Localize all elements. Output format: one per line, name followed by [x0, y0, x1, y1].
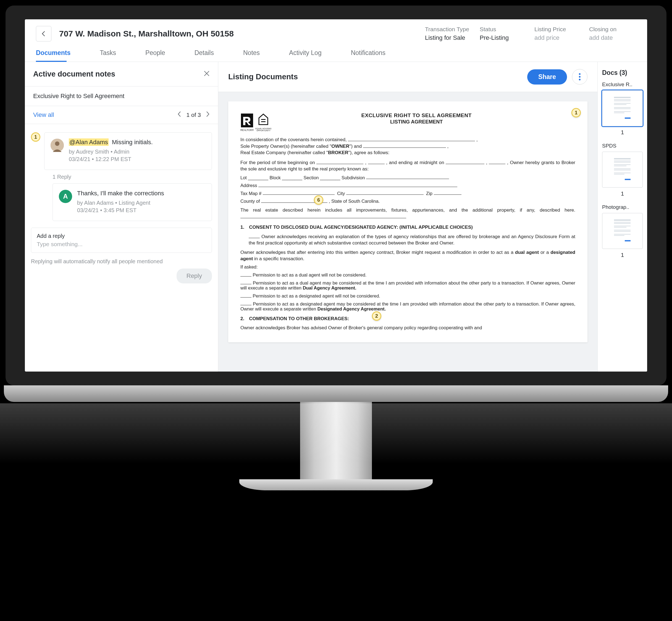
- reply-timestamp: 03/24/21 • 3:45 PM EST: [77, 207, 206, 213]
- reply-card: A Thanks, I'll make the corrections by A…: [52, 183, 212, 221]
- svg-rect-26: [614, 170, 631, 170]
- note-marker[interactable]: 1: [31, 132, 40, 142]
- meta-closing-on[interactable]: Closing on add date: [589, 26, 636, 41]
- svg-rect-35: [614, 227, 627, 227]
- prev-note-button[interactable]: [177, 111, 181, 119]
- svg-point-4: [579, 79, 581, 80]
- svg-rect-13: [614, 105, 627, 105]
- notes-sidebar: Active document notes Exclusive Right to…: [25, 62, 218, 372]
- svg-rect-21: [614, 161, 631, 161]
- share-button[interactable]: Share: [527, 69, 567, 85]
- svg-rect-37: [614, 231, 631, 232]
- center-title: Listing Documents: [228, 72, 298, 81]
- meta-listing-price[interactable]: Listing Price add price: [535, 26, 581, 41]
- reply-text: Thanks, I'll make the corrections: [77, 190, 206, 197]
- doc-marker-6[interactable]: 6: [314, 195, 323, 205]
- svg-rect-41: [0, 403, 672, 464]
- chevron-right-icon: [206, 111, 210, 117]
- svg-rect-16: [614, 111, 631, 112]
- tab-people[interactable]: People: [145, 44, 178, 61]
- svg-rect-11: [614, 100, 631, 101]
- close-icon: [204, 71, 210, 77]
- more-options-button[interactable]: [572, 69, 587, 85]
- arrow-left-icon: [40, 30, 47, 37]
- thumb-item[interactable]: Exclusive R.. 1: [602, 82, 643, 136]
- reply-label: Add a reply: [37, 233, 206, 239]
- realtor-logo-icon: [241, 114, 253, 127]
- doc-marker-2[interactable]: 2: [372, 311, 381, 321]
- document-viewer: Listing Documents Share 1 6 2 REALTOR®: [218, 62, 597, 372]
- tab-tasks[interactable]: Tasks: [100, 44, 129, 61]
- svg-rect-25: [614, 168, 631, 169]
- document-page[interactable]: 1 6 2 REALTOR® EQUAL HOUSINGOPPORTUNITY …: [228, 101, 587, 342]
- tab-activity-log[interactable]: Activity Log: [289, 44, 334, 61]
- page-title: 707 W. Madison St., Marshalltown, OH 501…: [59, 29, 417, 38]
- view-all-link[interactable]: View all: [33, 111, 54, 119]
- svg-rect-27: [614, 173, 631, 173]
- svg-rect-22: [614, 162, 631, 162]
- reply-byline: by Alan Adams • Listing Agent: [77, 200, 206, 206]
- reply-button[interactable]: Reply: [176, 268, 212, 283]
- svg-rect-39: [614, 235, 625, 236]
- svg-rect-9: [614, 97, 631, 98]
- user-avatar-icon: [50, 139, 64, 152]
- svg-rect-24: [614, 166, 627, 166]
- reply-count: 1 Reply: [52, 174, 212, 180]
- meta-status: Status Pre-Listing: [480, 26, 527, 41]
- svg-point-1: [55, 141, 60, 146]
- notes-title: Active document notes: [33, 70, 115, 78]
- notes-pagination: 1 of 3: [177, 111, 210, 119]
- svg-point-3: [579, 76, 581, 78]
- svg-rect-18: [625, 118, 631, 119]
- avatar: A: [59, 190, 72, 203]
- doc-title: EXCLUSIVE RIGHT TO SELL AGREEMENT: [274, 113, 559, 119]
- current-doc-name: Exclusive Right to Sell Agreement: [25, 86, 218, 106]
- tab-documents[interactable]: Documents: [36, 44, 83, 61]
- svg-rect-17: [614, 113, 625, 113]
- svg-rect-23: [614, 164, 631, 165]
- tab-notifications[interactable]: Notifications: [351, 44, 398, 61]
- svg-rect-34: [614, 226, 631, 226]
- back-button[interactable]: [36, 26, 51, 41]
- thumb-item[interactable]: Photograp.. 1: [602, 204, 643, 258]
- note-card: @Alan Adams Missing initials. by Audrey …: [44, 132, 212, 170]
- reply-input-box[interactable]: Add a reply: [31, 227, 212, 253]
- docs-header: Docs (3): [602, 69, 643, 77]
- notes-page-indicator: 1 of 3: [186, 112, 201, 118]
- note-timestamp: 03/24/21 • 12:22 PM EST: [69, 156, 206, 162]
- doc-marker-1[interactable]: 1: [571, 108, 581, 117]
- thumb-item[interactable]: SPDS 1: [602, 143, 643, 197]
- thumbnail[interactable]: [602, 152, 643, 188]
- doc-subtitle: LISTING AGREEMENT: [274, 119, 559, 125]
- svg-rect-20: [614, 158, 631, 159]
- tab-bar: Documents Tasks People Details Notes Act…: [25, 44, 647, 62]
- note-text: @Alan Adams Missing initials.: [69, 139, 206, 146]
- tab-details[interactable]: Details: [195, 44, 227, 61]
- close-notes-button[interactable]: [204, 70, 210, 78]
- meta-transaction-type: Transaction Type Listing for Sale: [425, 26, 472, 41]
- thumbnail[interactable]: [602, 90, 643, 126]
- tab-notes[interactable]: Notes: [243, 44, 272, 61]
- svg-rect-12: [614, 103, 631, 104]
- svg-rect-28: [614, 174, 625, 175]
- avatar: [50, 139, 64, 152]
- chevron-left-icon: [177, 111, 181, 117]
- thumbnail[interactable]: [602, 213, 643, 249]
- mention[interactable]: @Alan Adams: [69, 138, 109, 146]
- svg-rect-15: [614, 109, 631, 109]
- svg-rect-31: [614, 220, 631, 221]
- next-note-button[interactable]: [206, 111, 210, 119]
- svg-rect-14: [614, 107, 631, 108]
- dots-vertical-icon: [579, 73, 581, 81]
- svg-rect-32: [614, 222, 631, 223]
- svg-rect-10: [614, 99, 631, 100]
- reply-helper-text: Replying will automatically notify all p…: [31, 258, 212, 265]
- svg-rect-6: [261, 119, 266, 120]
- svg-rect-38: [614, 234, 631, 235]
- svg-rect-33: [614, 223, 631, 224]
- note-byline: by Audrey Smith • Admin: [69, 149, 206, 155]
- svg-rect-36: [614, 230, 631, 231]
- reply-field[interactable]: [37, 241, 206, 248]
- svg-point-2: [579, 73, 581, 75]
- svg-rect-29: [625, 179, 631, 180]
